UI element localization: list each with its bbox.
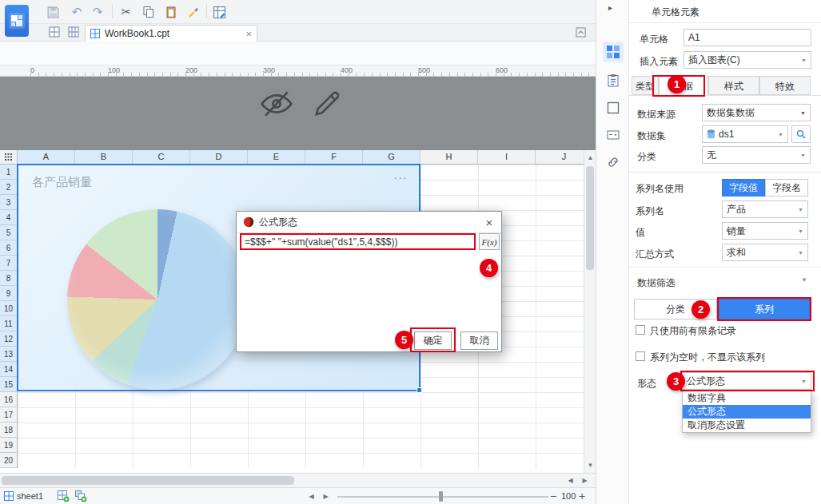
field-value-button[interactable]: 字段值 xyxy=(722,179,765,196)
filter-series-button[interactable]: 系列 xyxy=(719,299,810,319)
scroll-left-icon[interactable]: ◀ xyxy=(564,474,576,486)
formula-input[interactable]: =$$$+" "+sum(value("ds1",5,4,$$$)) xyxy=(240,233,476,250)
dialog-title-bar[interactable]: 公式形态 xyxy=(237,212,501,233)
row-header-15[interactable]: 15 xyxy=(0,377,18,392)
column-header-b[interactable]: B xyxy=(75,150,133,165)
collapse-section-icon[interactable]: ▼ xyxy=(801,276,807,284)
datasource-select[interactable]: 数据集数据▼ xyxy=(702,104,811,121)
row-header-18[interactable]: 18 xyxy=(0,423,18,438)
widget-settings-panel-icon[interactable] xyxy=(603,70,624,91)
hyperlink-panel-icon[interactable] xyxy=(603,152,624,173)
row-header-20[interactable]: 20 xyxy=(0,453,18,468)
cancel-button[interactable]: 取消 xyxy=(460,331,498,350)
cut-icon[interactable]: ✂ xyxy=(117,2,136,22)
form-select[interactable]: 公式形态▼ xyxy=(682,372,811,390)
panel-tab-1[interactable]: 类型 xyxy=(632,76,659,95)
collapse-panel-icon[interactable]: ▸ xyxy=(608,3,612,12)
chart-menu-icon[interactable]: ··· xyxy=(393,170,408,184)
row-header-5[interactable]: 5 xyxy=(0,225,18,240)
cell-element-panel-icon[interactable] xyxy=(603,42,624,62)
row-header-13[interactable]: 13 xyxy=(0,347,18,362)
row-header-2[interactable]: 2 xyxy=(0,180,18,195)
undo-icon[interactable]: ↶ xyxy=(67,2,86,22)
ok-button[interactable]: 确定 xyxy=(414,331,452,350)
grid-view-icon[interactable] xyxy=(46,24,62,40)
finereport-logo[interactable] xyxy=(5,5,29,37)
panel-tab-4[interactable]: 特效 xyxy=(759,76,811,95)
resize-handle[interactable] xyxy=(416,387,422,393)
table-design-icon[interactable] xyxy=(209,2,229,22)
column-header-d[interactable]: D xyxy=(190,150,248,165)
cell-ref-input[interactable]: A1 xyxy=(684,29,811,46)
category-select[interactable]: 无▼ xyxy=(702,146,811,164)
select-all-corner[interactable] xyxy=(0,150,18,165)
column-header-h[interactable]: H xyxy=(420,150,478,165)
summary-select[interactable]: 求和▼ xyxy=(722,244,808,261)
sheet-tab-label[interactable]: sheet1 xyxy=(17,491,43,501)
grid-add-icon[interactable] xyxy=(66,24,82,40)
paste-icon[interactable] xyxy=(161,2,181,22)
insert-element-select[interactable]: 插入图表(C)▼ xyxy=(684,51,811,69)
form-option-2[interactable]: 公式形态 xyxy=(683,405,811,419)
format-painter-icon[interactable] xyxy=(184,2,203,22)
dialog-close-icon[interactable]: × xyxy=(480,213,498,231)
column-header-f[interactable]: F xyxy=(305,150,363,165)
close-tab-icon[interactable]: × xyxy=(245,28,252,40)
field-name-button[interactable]: 字段名 xyxy=(765,179,808,196)
row-header-8[interactable]: 8 xyxy=(0,271,18,286)
save-icon[interactable] xyxy=(43,2,62,22)
row-header-9[interactable]: 9 xyxy=(0,286,18,301)
edit-pencil-icon[interactable] xyxy=(310,87,344,123)
column-header-g[interactable]: G xyxy=(363,150,420,165)
column-header-a[interactable]: A xyxy=(18,150,75,165)
horizontal-scroll-thumb[interactable] xyxy=(2,476,294,485)
row-header-1[interactable]: 1 xyxy=(0,165,18,180)
float-element-panel-icon[interactable] xyxy=(603,97,624,118)
vertical-scrollbar[interactable]: ▲ ▼ xyxy=(584,150,596,473)
row-header-4[interactable]: 4 xyxy=(0,210,18,225)
form-option-3[interactable]: 取消形态设置 xyxy=(683,419,811,432)
page-prev-icon[interactable]: ◀ xyxy=(305,490,317,502)
row-header-17[interactable]: 17 xyxy=(0,407,18,423)
horizontal-scrollbar[interactable]: ◀ ▶ xyxy=(0,473,596,487)
hide-eye-icon[interactable] xyxy=(257,86,296,124)
row-header-11[interactable]: 11 xyxy=(0,316,18,331)
form-option-1[interactable]: 数据字典 xyxy=(683,391,811,405)
redo-icon[interactable]: ↷ xyxy=(88,2,107,22)
toolbar-expand-icon[interactable] xyxy=(572,24,588,40)
limit-records-checkbox[interactable] xyxy=(636,325,645,335)
row-header-19[interactable]: 19 xyxy=(0,438,18,453)
hide-empty-series-checkbox[interactable] xyxy=(636,351,645,361)
zoom-slider-thumb[interactable] xyxy=(439,491,443,502)
dataset-search-button[interactable] xyxy=(791,125,811,143)
column-header-c[interactable]: C xyxy=(133,150,190,165)
row-header-12[interactable]: 12 xyxy=(0,331,18,347)
value-select[interactable]: 销量▼ xyxy=(722,222,808,240)
vertical-scroll-thumb[interactable] xyxy=(586,166,594,270)
row-header-7[interactable]: 7 xyxy=(0,256,18,271)
scroll-right-icon[interactable]: ▶ xyxy=(579,474,591,486)
zoom-slider-track[interactable] xyxy=(337,496,548,498)
row-header-14[interactable]: 14 xyxy=(0,362,18,377)
zoom-value[interactable]: 100 xyxy=(561,491,576,501)
condition-attr-panel-icon[interactable] xyxy=(603,125,624,145)
add-polyblock-icon[interactable] xyxy=(75,490,87,504)
scroll-up-icon[interactable]: ▲ xyxy=(584,152,596,164)
formula-editor-button[interactable]: F(x) xyxy=(479,233,500,250)
column-header-i[interactable]: I xyxy=(478,150,536,165)
tab-workbook1[interactable]: WorkBook1.cpt × xyxy=(85,25,257,42)
row-header-10[interactable]: 10 xyxy=(0,301,18,316)
panel-tab-3[interactable]: 样式 xyxy=(708,76,759,95)
row-header-16[interactable]: 16 xyxy=(0,392,18,407)
row-header-3[interactable]: 3 xyxy=(0,195,18,210)
add-worksheet-icon[interactable] xyxy=(58,490,70,504)
series-name-select[interactable]: 产品▼ xyxy=(722,200,808,218)
scroll-down-icon[interactable]: ▼ xyxy=(584,459,596,471)
column-header-e[interactable]: E xyxy=(248,150,305,165)
page-next-icon[interactable]: ▶ xyxy=(320,490,332,502)
row-header-6[interactable]: 6 xyxy=(0,240,18,256)
zoom-out-button[interactable]: − xyxy=(550,490,556,502)
copy-icon[interactable] xyxy=(139,2,158,22)
dataset-select[interactable]: ds1▼ xyxy=(702,125,788,143)
zoom-in-button[interactable]: + xyxy=(579,490,585,502)
